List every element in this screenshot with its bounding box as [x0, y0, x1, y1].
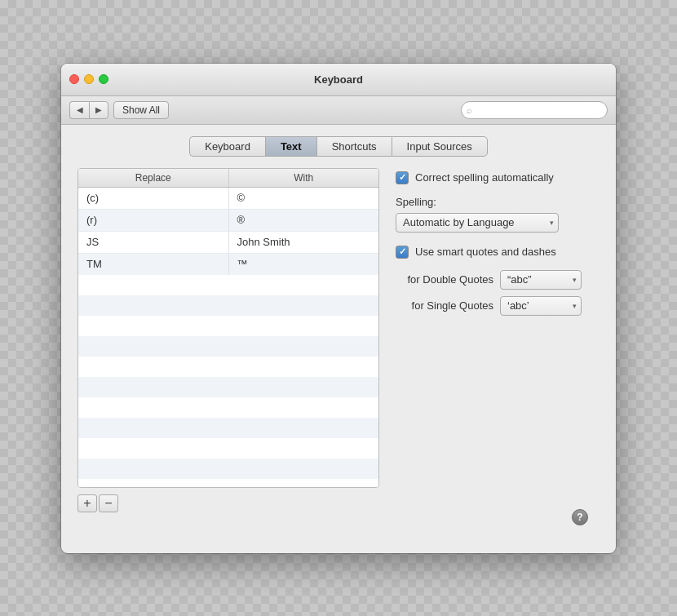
correct-spelling-row: ✓ Correct spelling automatically: [396, 171, 600, 184]
table-row[interactable]: (r)®: [78, 210, 378, 232]
bottom-bar: ?: [77, 512, 600, 537]
replace-column-header: Replace: [78, 169, 229, 187]
tab-keyboard[interactable]: Keyboard: [189, 136, 265, 157]
replace-cell: JS: [78, 232, 229, 253]
replace-cell: (r): [78, 210, 229, 231]
with-cell: John Smith: [229, 232, 379, 253]
titlebar: Keyboard: [61, 64, 616, 96]
table-body: (c)©(r)®JSJohn SmithTM™: [78, 188, 378, 275]
text-replacement-table: Replace With (c)©(r)®JSJohn SmithTM™ + −: [77, 168, 379, 512]
empty-rows: [78, 275, 378, 487]
table-wrapper: Replace With (c)©(r)®JSJohn SmithTM™: [77, 168, 379, 488]
remove-row-button[interactable]: −: [99, 494, 118, 512]
search-icon: ⌕: [467, 105, 472, 115]
nav-buttons: ◀ ▶: [69, 101, 108, 119]
help-button[interactable]: ?: [572, 509, 588, 525]
window-title: Keyboard: [314, 73, 363, 86]
toolbar: ◀ ▶ Show All ⌕: [61, 96, 616, 125]
checkmark-icon: ✓: [399, 172, 406, 183]
checkmark-icon-2: ✓: [399, 246, 406, 257]
search-container: ⌕: [461, 101, 608, 119]
back-icon: ◀: [77, 105, 83, 114]
add-row-button[interactable]: +: [77, 494, 97, 512]
single-quotes-dropdown-wrapper: ‘abc’ ▾: [500, 296, 582, 316]
tab-shortcuts[interactable]: Shortcuts: [316, 136, 392, 157]
forward-button[interactable]: ▶: [89, 101, 108, 119]
double-quotes-row: for Double Quotes “abc” ▾: [396, 270, 600, 290]
table-row[interactable]: (c)©: [78, 188, 378, 210]
with-cell: ®: [229, 210, 379, 231]
table-row[interactable]: TM™: [78, 254, 378, 275]
with-column-header: With: [229, 169, 379, 187]
correct-spelling-checkbox[interactable]: ✓: [396, 171, 409, 184]
close-button[interactable]: [69, 74, 79, 84]
spelling-dropdown-wrapper: Automatic by Language ▾: [396, 213, 559, 233]
double-quotes-dropdown[interactable]: “abc”: [500, 270, 582, 290]
replace-cell: TM: [78, 254, 229, 275]
smart-quotes-checkbox[interactable]: ✓: [396, 246, 409, 259]
keyboard-preferences-window: Keyboard ◀ ▶ Show All ⌕ Keyboard Text: [61, 64, 616, 553]
smart-quotes-row: ✓ Use smart quotes and dashes: [396, 246, 600, 259]
content-area: Keyboard Text Shortcuts Input Sources Re…: [61, 125, 616, 553]
maximize-button[interactable]: [99, 74, 108, 84]
replace-cell: (c): [78, 188, 229, 209]
settings-section: ✓ Correct spelling automatically Spellin…: [396, 168, 600, 512]
tab-bar: Keyboard Text Shortcuts Input Sources: [77, 136, 600, 157]
tab-text[interactable]: Text: [265, 136, 316, 157]
smart-quotes-section: ✓ Use smart quotes and dashes for Double…: [396, 246, 600, 316]
with-cell: ™: [229, 254, 379, 275]
traffic-lights: [69, 74, 108, 84]
table-row[interactable]: JSJohn Smith: [78, 232, 378, 254]
minimize-button[interactable]: [84, 74, 94, 84]
single-quotes-label: for Single Quotes: [396, 299, 493, 312]
main-area: Replace With (c)©(r)®JSJohn SmithTM™ + −: [77, 168, 600, 512]
table-header: Replace With: [78, 169, 378, 188]
show-all-button[interactable]: Show All: [113, 101, 169, 119]
with-cell: ©: [229, 188, 379, 209]
double-quotes-label: for Double Quotes: [396, 273, 493, 286]
single-quotes-row: for Single Quotes ‘abc’ ▾: [396, 296, 600, 316]
search-input[interactable]: [461, 101, 608, 119]
tab-input-sources[interactable]: Input Sources: [392, 136, 488, 157]
correct-spelling-label: Correct spelling automatically: [415, 171, 554, 184]
spelling-dropdown[interactable]: Automatic by Language: [396, 213, 559, 233]
forward-icon: ▶: [95, 105, 102, 114]
double-quotes-dropdown-wrapper: “abc” ▾: [500, 270, 582, 290]
table-footer: + −: [77, 494, 379, 512]
back-button[interactable]: ◀: [69, 101, 89, 119]
single-quotes-dropdown[interactable]: ‘abc’: [500, 296, 582, 316]
smart-quotes-label: Use smart quotes and dashes: [415, 246, 556, 258]
spelling-section: Spelling: Automatic by Language ▾: [396, 196, 600, 233]
spelling-label: Spelling:: [396, 196, 600, 208]
